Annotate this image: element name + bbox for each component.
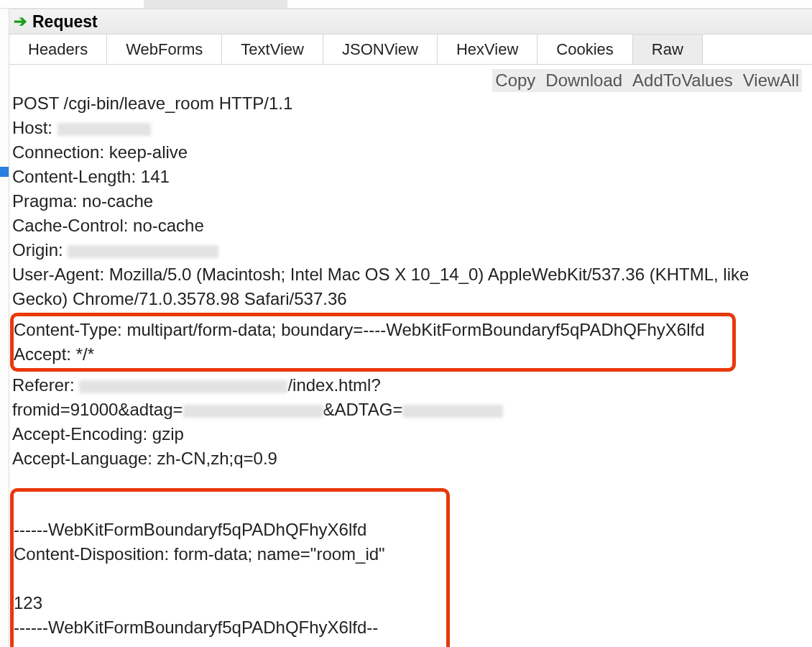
pragma-line: Pragma: no-cache bbox=[12, 191, 153, 211]
download-button[interactable]: Download bbox=[545, 70, 622, 91]
raw-content-area[interactable]: Copy Download AddToValues ViewAll POST /… bbox=[9, 65, 812, 647]
connection-line: Connection: keep-alive bbox=[12, 142, 188, 162]
arrow-right-icon: ➔ bbox=[14, 12, 27, 31]
body-boundary-close: ------WebKitFormBoundaryf5qPADhQFhyX6lfd… bbox=[14, 618, 378, 637]
tab-jsonview[interactable]: JSONView bbox=[323, 35, 438, 64]
accept-line: Accept: */* bbox=[14, 344, 94, 364]
raw-text-block[interactable]: POST /cgi-bin/leave_room HTTP/1.1 Host: … bbox=[11, 67, 811, 647]
tab-textview[interactable]: TextView bbox=[222, 35, 323, 64]
referer-line: Referer: /index.html? bbox=[12, 375, 381, 395]
body-disposition: Content-Disposition: form-data; name="ro… bbox=[14, 544, 385, 564]
request-line: POST /cgi-bin/leave_room HTTP/1.1 bbox=[12, 93, 292, 113]
left-gutter bbox=[0, 9, 9, 647]
tab-webforms[interactable]: WebForms bbox=[107, 35, 222, 64]
accept-encoding-line: Accept-Encoding: gzip bbox=[12, 424, 184, 444]
redacted-adtag2 bbox=[402, 405, 503, 418]
origin-line: Origin: bbox=[12, 240, 218, 260]
highlight-box-headers: Content-Type: multipart/form-data; bound… bbox=[10, 313, 736, 372]
redacted-referer bbox=[79, 380, 287, 393]
panel-title: Request bbox=[32, 12, 98, 32]
host-line: Host: bbox=[12, 118, 151, 137]
tab-cookies[interactable]: Cookies bbox=[538, 35, 632, 64]
content-type-line: Content-Type: multipart/form-data; bound… bbox=[14, 320, 705, 339]
redacted-adtag bbox=[183, 405, 323, 418]
tab-raw[interactable]: Raw bbox=[633, 35, 703, 64]
raw-actions: Copy Download AddToValues ViewAll bbox=[492, 69, 802, 92]
redacted-origin bbox=[68, 245, 218, 258]
copy-button[interactable]: Copy bbox=[495, 70, 535, 91]
cache-control-line: Cache-Control: no-cache bbox=[12, 216, 204, 235]
redacted-host bbox=[57, 123, 151, 136]
body-value: 123 bbox=[14, 593, 42, 612]
highlight-box-body: ------WebKitFormBoundaryf5qPADhQFhyX6lfd… bbox=[10, 488, 450, 647]
content-length-line: Content-Length: 141 bbox=[12, 167, 170, 186]
body-boundary-open: ------WebKitFormBoundaryf5qPADhQFhyX6lfd bbox=[14, 520, 366, 539]
referer-line2: fromid=91000&adtag=&ADTAG= bbox=[12, 400, 503, 419]
request-panel-header: ➔ Request bbox=[9, 9, 812, 35]
tab-headers[interactable]: Headers bbox=[9, 35, 107, 64]
request-tabs: Headers WebForms TextView JSONView HexVi… bbox=[9, 35, 812, 65]
user-agent-line: User-Agent: Mozilla/5.0 (Macintosh; Inte… bbox=[12, 265, 754, 308]
addtovalues-button[interactable]: AddToValues bbox=[632, 70, 733, 91]
tab-hexview[interactable]: HexView bbox=[438, 35, 538, 64]
viewall-button[interactable]: ViewAll bbox=[743, 70, 799, 91]
accept-language-line: Accept-Language: zh-CN,zh;q=0.9 bbox=[12, 449, 277, 468]
